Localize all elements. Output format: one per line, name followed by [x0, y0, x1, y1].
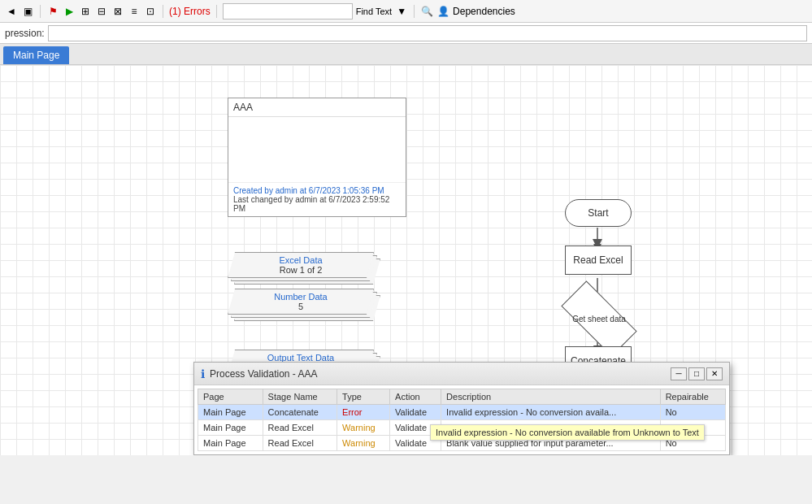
- back-icon[interactable]: ◄: [5, 5, 18, 18]
- errors-label[interactable]: (1) Errors: [169, 6, 211, 17]
- flowchart-start: Start: [565, 199, 632, 227]
- separator-1: [40, 5, 41, 18]
- excel-data-label1: Excel Data: [279, 255, 322, 265]
- col-page: Page: [198, 389, 263, 405]
- dialog-content: Page Stage Name Type Action Description …: [194, 385, 729, 454]
- find-dropdown-icon[interactable]: ▼: [395, 5, 408, 18]
- cell-stage: Read Excel: [263, 420, 337, 436]
- cell-page: Main Page: [198, 405, 263, 420]
- maximize-button[interactable]: □: [688, 367, 705, 380]
- find-text-container: Find Text ▼: [223, 3, 408, 20]
- toolbar-icon-4[interactable]: ⊟: [95, 5, 108, 18]
- toolbar-icon-3[interactable]: ⊞: [79, 5, 92, 18]
- expression-bar: pression:: [0, 23, 812, 44]
- cell-type: Warning: [337, 420, 390, 436]
- dialog-title: Process Validation - AAA: [210, 368, 666, 380]
- close-button[interactable]: ✕: [706, 367, 723, 380]
- tab-bar: Main Page: [0, 44, 812, 65]
- info-box: AAA Created by admin at 6/7/2023 1:05:36…: [228, 98, 406, 217]
- number-data-label2: 5: [298, 302, 303, 311]
- dependencies-label[interactable]: Dependencies: [453, 6, 515, 17]
- toolbar-icon-7[interactable]: ⊡: [144, 5, 157, 18]
- process-validation-dialog: ℹ Process Validation - AAA ─ □ ✕ Page St…: [193, 362, 730, 455]
- info-box-created: Created by admin at 6/7/2023 1:05:36 PM: [233, 186, 401, 195]
- info-box-body: [228, 117, 406, 182]
- flowchart-read-excel: Read Excel: [565, 245, 632, 275]
- start-label: Start: [588, 207, 608, 219]
- cell-type: Warning: [337, 436, 390, 451]
- toolbar-icon-6[interactable]: ≡: [128, 5, 141, 18]
- read-excel-label: Read Excel: [573, 254, 623, 266]
- cell-stage: Read Excel: [263, 436, 337, 451]
- get-sheet-label: Get sheet data: [572, 315, 626, 324]
- separator-3: [216, 5, 217, 18]
- col-action: Action: [390, 389, 441, 405]
- info-box-title: AAA: [228, 98, 406, 117]
- excel-data-label2: Row 1 of 2: [280, 265, 323, 275]
- dialog-controls: ─ □ ✕: [671, 367, 723, 380]
- flowchart-get-sheet: Get sheet data: [563, 301, 635, 337]
- search-icon[interactable]: 🔍: [420, 5, 433, 18]
- user-icon[interactable]: 👤: [436, 5, 449, 18]
- tooltip-text: Invalid expression - No conversion avail…: [436, 428, 699, 437]
- toolbar: ◄ ▣ ⚑ ▶ ⊞ ⊟ ⊠ ≡ ⊡ (1) Errors Find Text ▼…: [0, 0, 812, 23]
- col-stage: Stage Name: [263, 389, 337, 405]
- info-box-changed: Last changed by admin at 6/7/2023 2:59:5…: [233, 195, 401, 213]
- info-box-meta: Created by admin at 6/7/2023 1:05:36 PM …: [228, 182, 406, 216]
- separator-4: [414, 5, 415, 18]
- col-type: Type: [337, 389, 390, 405]
- cell-page: Main Page: [198, 436, 263, 451]
- col-description: Description: [441, 389, 661, 405]
- validation-table: Page Stage Name Type Action Description …: [198, 389, 726, 451]
- cell-action: Validate: [390, 405, 441, 420]
- expression-input[interactable]: [48, 25, 807, 41]
- tooltip-popup: Invalid expression - No conversion avail…: [430, 424, 705, 441]
- separator-2: [163, 5, 163, 18]
- cell-stage: Concatenate: [263, 405, 337, 420]
- flag-icon[interactable]: ⚑: [46, 5, 59, 18]
- canvas-area: AAA Created by admin at 6/7/2023 1:05:36…: [0, 65, 812, 455]
- table-row[interactable]: Main PageConcatenateErrorValidateInvalid…: [198, 405, 726, 420]
- toolbar-icon-5[interactable]: ⊠: [111, 5, 124, 18]
- tab-main-page[interactable]: Main Page: [3, 46, 69, 64]
- play-icon[interactable]: ▶: [63, 5, 76, 18]
- dialog-icon: ℹ: [201, 367, 205, 380]
- dialog-titlebar: ℹ Process Validation - AAA ─ □ ✕: [194, 363, 729, 385]
- cell-page: Main Page: [198, 420, 263, 436]
- find-text-input[interactable]: [223, 3, 353, 20]
- find-text-label: Find Text: [356, 7, 392, 16]
- toolbar-icon-1[interactable]: ▣: [21, 5, 34, 18]
- number-data-label1: Number Data: [274, 292, 327, 302]
- cell-description: Invalid expression - No conversion avail…: [441, 405, 661, 420]
- col-repairable: Repairable: [660, 389, 725, 405]
- cell-type: Error: [337, 405, 390, 420]
- cell-repairable: No: [660, 405, 725, 420]
- expression-label: pression:: [5, 28, 45, 39]
- minimize-button[interactable]: ─: [671, 367, 687, 380]
